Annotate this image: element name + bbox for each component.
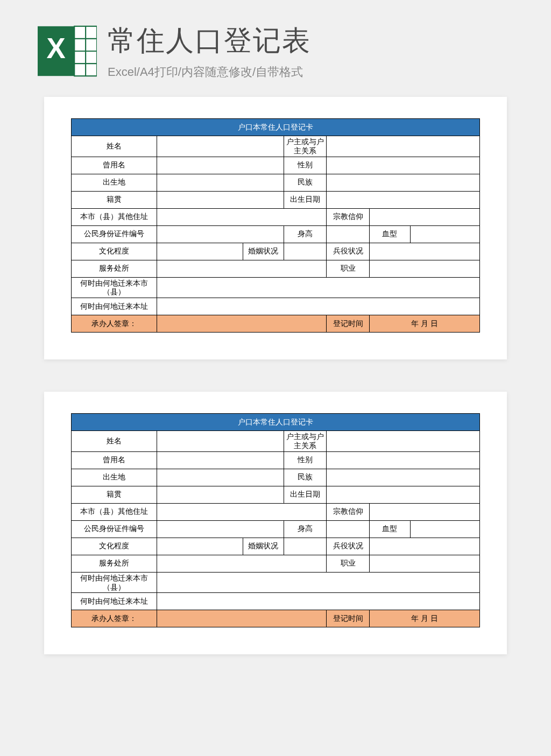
label-ethnicity: 民族 xyxy=(284,469,327,486)
label-dob: 出生日期 xyxy=(284,191,327,208)
input-ancestral[interactable] xyxy=(157,191,284,208)
input-handler[interactable] xyxy=(157,315,327,333)
table-title: 户口本常住人口登记卡 xyxy=(72,414,480,431)
label-other-addr: 本市（县）其他住址 xyxy=(72,208,157,225)
input-relation[interactable] xyxy=(327,431,480,452)
input-dob[interactable] xyxy=(327,486,480,503)
input-relation[interactable] xyxy=(327,136,480,157)
label-reg-time: 登记时间 xyxy=(327,610,370,627)
input-sex[interactable] xyxy=(327,157,480,174)
input-blood[interactable] xyxy=(410,225,479,243)
label-handler: 承办人签章： xyxy=(72,610,157,627)
label-height: 身高 xyxy=(284,225,327,243)
label-sex: 性别 xyxy=(284,451,327,469)
input-migrate-addr[interactable] xyxy=(157,593,480,610)
input-other-addr[interactable] xyxy=(157,208,327,225)
input-name[interactable] xyxy=(157,136,284,157)
label-marital: 婚姻状况 xyxy=(243,538,284,555)
input-education[interactable] xyxy=(157,538,243,555)
svg-text:X: X xyxy=(46,32,65,64)
input-blood[interactable] xyxy=(410,520,479,538)
label-name: 姓名 xyxy=(72,431,157,452)
excel-icon: X xyxy=(38,22,97,81)
label-religion: 宗教信仰 xyxy=(327,503,370,520)
input-id-number[interactable] xyxy=(157,225,284,243)
label-birthplace: 出生地 xyxy=(72,469,157,486)
input-sex[interactable] xyxy=(327,451,480,469)
input-religion[interactable] xyxy=(370,503,480,520)
input-reg-time[interactable]: 年 月 日 xyxy=(370,610,480,627)
label-migrate-city: 何时由何地迁来本市（县） xyxy=(72,277,157,298)
table-title: 户口本常住人口登记卡 xyxy=(72,119,480,136)
label-military: 兵役状况 xyxy=(327,538,370,555)
input-military[interactable] xyxy=(370,243,480,260)
input-handler[interactable] xyxy=(157,610,327,627)
label-migrate-city: 何时由何地迁来本市（县） xyxy=(72,572,157,593)
input-birthplace[interactable] xyxy=(157,469,284,486)
label-ancestral: 籍贯 xyxy=(72,486,157,503)
registration-table: 户口本常住人口登记卡 姓名 户主或与户主关系 曾用名 性别 出生地 民族 籍贯 … xyxy=(71,118,480,333)
subtitle: Excel/A4打印/内容随意修改/自带格式 xyxy=(108,64,513,80)
label-education: 文化程度 xyxy=(72,538,157,555)
label-handler: 承办人签章： xyxy=(72,315,157,333)
title-block: 常住人口登记表 Excel/A4打印/内容随意修改/自带格式 xyxy=(108,22,513,80)
label-occupation: 职业 xyxy=(327,555,370,572)
label-relation: 户主或与户主关系 xyxy=(284,431,327,452)
label-military: 兵役状况 xyxy=(327,243,370,260)
label-reg-time: 登记时间 xyxy=(327,315,370,333)
input-military[interactable] xyxy=(370,538,480,555)
input-ethnicity[interactable] xyxy=(327,469,480,486)
input-ancestral[interactable] xyxy=(157,486,284,503)
label-workplace: 服务处所 xyxy=(72,260,157,277)
page-header: X 常住人口登记表 Excel/A4打印/内容随意修改/自带格式 xyxy=(22,11,529,97)
label-other-addr: 本市（县）其他住址 xyxy=(72,503,157,520)
input-dob[interactable] xyxy=(327,191,480,208)
label-migrate-addr: 何时由何地迁来本址 xyxy=(72,298,157,315)
input-religion[interactable] xyxy=(370,208,480,225)
main-title: 常住人口登记表 xyxy=(108,22,513,60)
registration-table: 户口本常住人口登记卡 姓名 户主或与户主关系 曾用名 性别 出生地 民族 籍贯 … xyxy=(71,413,480,627)
label-religion: 宗教信仰 xyxy=(327,208,370,225)
label-former-name: 曾用名 xyxy=(72,157,157,174)
label-education: 文化程度 xyxy=(72,243,157,260)
input-birthplace[interactable] xyxy=(157,174,284,191)
label-id-number: 公民身份证件编号 xyxy=(72,225,157,243)
input-reg-time[interactable]: 年 月 日 xyxy=(370,315,480,333)
form-page-2: 户口本常住人口登记卡 姓名 户主或与户主关系 曾用名 性别 出生地 民族 籍贯 … xyxy=(44,392,507,654)
input-id-number[interactable] xyxy=(157,520,284,538)
input-migrate-addr[interactable] xyxy=(157,298,480,315)
label-birthplace: 出生地 xyxy=(72,174,157,191)
input-former-name[interactable] xyxy=(157,157,284,174)
label-blood: 血型 xyxy=(370,520,411,538)
label-id-number: 公民身份证件编号 xyxy=(72,520,157,538)
input-other-addr[interactable] xyxy=(157,503,327,520)
label-marital: 婚姻状况 xyxy=(243,243,284,260)
input-ethnicity[interactable] xyxy=(327,174,480,191)
label-ancestral: 籍贯 xyxy=(72,191,157,208)
label-ethnicity: 民族 xyxy=(284,174,327,191)
label-workplace: 服务处所 xyxy=(72,555,157,572)
label-sex: 性别 xyxy=(284,157,327,174)
input-name[interactable] xyxy=(157,431,284,452)
input-height[interactable] xyxy=(327,225,370,243)
input-height[interactable] xyxy=(327,520,370,538)
input-marital[interactable] xyxy=(284,243,327,260)
label-dob: 出生日期 xyxy=(284,486,327,503)
input-workplace[interactable] xyxy=(157,555,327,572)
input-education[interactable] xyxy=(157,243,243,260)
form-page-1: 户口本常住人口登记卡 姓名 户主或与户主关系 曾用名 性别 出生地 民族 籍贯 … xyxy=(44,97,507,359)
label-height: 身高 xyxy=(284,520,327,538)
input-occupation[interactable] xyxy=(370,260,480,277)
input-occupation[interactable] xyxy=(370,555,480,572)
label-migrate-addr: 何时由何地迁来本址 xyxy=(72,593,157,610)
input-migrate-city[interactable] xyxy=(157,277,480,298)
input-former-name[interactable] xyxy=(157,451,284,469)
label-name: 姓名 xyxy=(72,136,157,157)
input-marital[interactable] xyxy=(284,538,327,555)
label-occupation: 职业 xyxy=(327,260,370,277)
label-former-name: 曾用名 xyxy=(72,451,157,469)
input-workplace[interactable] xyxy=(157,260,327,277)
label-relation: 户主或与户主关系 xyxy=(284,136,327,157)
input-migrate-city[interactable] xyxy=(157,572,480,593)
label-blood: 血型 xyxy=(370,225,411,243)
